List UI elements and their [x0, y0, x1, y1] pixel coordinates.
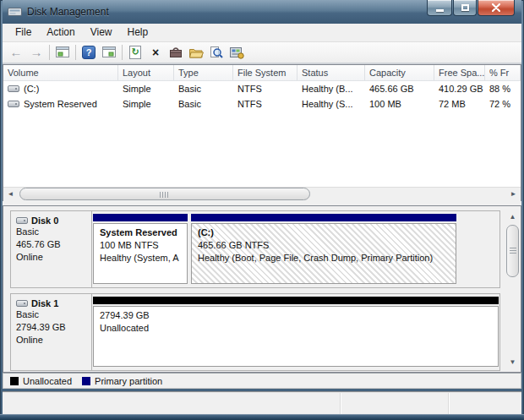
disk-type: Basic [16, 308, 86, 321]
disk-1-row: Disk 1 Basic 2794.39 GB Online 2794.39 G… [10, 293, 500, 371]
scroll-grip-icon [160, 192, 170, 198]
volume-status: Healthy (B... [297, 84, 365, 94]
disk-options-icon [229, 46, 244, 59]
volume-free-space: 72 MB [434, 99, 485, 109]
menu-action[interactable]: Action [39, 24, 82, 41]
column-header-capacity[interactable]: Capacity [365, 65, 434, 80]
partition-health: Healthy (Boot, Page File, Crash Dump, Pr… [198, 252, 450, 265]
window-controls [426, 0, 515, 16]
disk-0-header[interactable]: Disk 0 Basic 465.76 GB Online [11, 211, 92, 287]
column-header-status[interactable]: Status [297, 65, 365, 80]
primary-partition-bar [93, 214, 188, 221]
maximize-button[interactable] [453, 0, 477, 16]
column-header-layout[interactable]: Layout [118, 65, 174, 80]
horizontal-scrollbar[interactable]: ◄ ► [3, 187, 521, 201]
show-action-pane-button[interactable] [99, 43, 119, 62]
partition-size: 2794.39 GB [100, 309, 492, 322]
partition-system-reserved[interactable]: System Reserved 100 MB NTFS Healthy (Sys… [93, 214, 188, 284]
status-segment [449, 393, 521, 414]
disk-0-partitions: System Reserved 100 MB NTFS Healthy (Sys… [92, 211, 499, 287]
find-icon [209, 46, 224, 59]
help-button[interactable]: ? [79, 43, 99, 62]
scroll-down-button[interactable]: ▼ [505, 355, 520, 368]
disk-1-header[interactable]: Disk 1 Basic 2794.39 GB Online [11, 294, 92, 370]
find-button[interactable] [206, 43, 227, 62]
menu-view[interactable]: View [83, 24, 120, 41]
menu-file[interactable]: File [8, 24, 39, 41]
disk-options-button[interactable] [227, 43, 247, 62]
vertical-scroll-thumb[interactable] [506, 225, 519, 277]
back-icon: ← [10, 46, 23, 58]
show-action-pane-icon [101, 46, 117, 59]
volume-capacity: 465.66 GB [365, 84, 434, 94]
volume-icon [8, 101, 19, 107]
volume-name: System Reserved [24, 99, 97, 109]
close-icon [492, 3, 500, 12]
show-console-tree-button[interactable] [52, 43, 73, 62]
status-bar [3, 391, 521, 414]
disk-name: Disk 1 [31, 298, 58, 308]
delete-button[interactable]: × [145, 43, 166, 62]
partition-size: 465.66 GB NTFS [198, 239, 450, 252]
volume-row-system-reserved[interactable]: System Reserved Simple Basic NTFS Health… [3, 96, 521, 112]
column-header-volume[interactable]: Volume [3, 65, 118, 80]
refresh-button[interactable]: ↻ [125, 43, 145, 62]
volume-list-pane: Volume Layout Type File System Status Ca… [3, 64, 521, 201]
toolbar-separator [49, 45, 50, 60]
toolbar-separator [75, 45, 76, 60]
maximize-icon [461, 4, 469, 11]
forward-icon: → [30, 46, 43, 58]
volume-name: (C:) [24, 84, 39, 94]
partition-unallocated[interactable]: 2794.39 GB Unallocated [93, 297, 499, 367]
column-header-percent-free[interactable]: % Fr [485, 65, 521, 80]
partition-size: 100 MB NTFS [100, 239, 181, 252]
legend-bar: Unallocated Primary partition [3, 373, 521, 389]
open-folder-button[interactable] [186, 43, 206, 62]
scroll-left-button[interactable]: ◄ [3, 187, 18, 201]
disk-size: 2794.39 GB [16, 321, 86, 334]
disk-management-window: Disk Management File Action View Help ← … [0, 0, 524, 420]
volume-list-empty-area [3, 112, 521, 187]
status-segment [341, 393, 449, 414]
column-header-file-system[interactable]: File System [233, 65, 297, 80]
scroll-up-button[interactable]: ▲ [505, 210, 520, 223]
disk-graphical-pane: Disk 0 Basic 465.76 GB Online System Res… [3, 205, 521, 373]
disk-icon [16, 217, 28, 224]
scroll-right-button[interactable]: ► [506, 187, 521, 201]
volume-percent-free: 88 % [485, 84, 521, 94]
disk-type: Basic [16, 226, 86, 238]
volume-list-header: Volume Layout Type File System Status Ca… [3, 65, 521, 81]
minimize-button[interactable] [427, 0, 452, 16]
column-header-free-space[interactable]: Free Spa... [434, 65, 485, 80]
horizontal-scroll-thumb[interactable] [19, 188, 310, 200]
show-console-tree-icon [55, 46, 70, 59]
disk-status: Online [16, 334, 86, 346]
disk-size: 465.76 GB [16, 238, 86, 251]
partition-health: Healthy (System, A [100, 252, 181, 265]
disk-management-app-icon [8, 6, 22, 18]
volume-icon [8, 85, 19, 92]
scroll-grip-icon [510, 248, 516, 255]
toolbar: ← → ? ↻ × [3, 42, 521, 64]
disk-icon [16, 300, 28, 307]
legend-unallocated-label: Unallocated [23, 376, 72, 386]
horizontal-scroll-track[interactable] [18, 187, 506, 201]
volume-row-c[interactable]: (C:) Simple Basic NTFS Healthy (B... 465… [3, 81, 521, 96]
partition-c[interactable]: (C:) 465.66 GB NTFS Healthy (Boot, Page … [191, 214, 456, 284]
disk-0-row: Disk 0 Basic 465.76 GB Online System Res… [10, 210, 500, 288]
forward-button[interactable]: → [26, 43, 46, 62]
legend-primary-partition-label: Primary partition [95, 376, 162, 386]
volume-layout: Simple [118, 99, 174, 109]
title-bar[interactable]: Disk Management [3, 0, 521, 24]
primary-partition-bar [191, 214, 456, 221]
partition-health: Unallocated [100, 322, 492, 335]
menu-bar: File Action View Help [3, 24, 521, 42]
properties-button[interactable] [166, 43, 186, 62]
volume-file-system: NTFS [233, 84, 297, 94]
back-button[interactable]: ← [6, 43, 26, 62]
vertical-scrollbar[interactable]: ▲ ▼ [505, 210, 520, 368]
partition-name: System Reserved [100, 226, 181, 239]
close-button[interactable] [478, 0, 515, 16]
column-header-type[interactable]: Type [174, 65, 233, 80]
menu-help[interactable]: Help [120, 24, 156, 41]
